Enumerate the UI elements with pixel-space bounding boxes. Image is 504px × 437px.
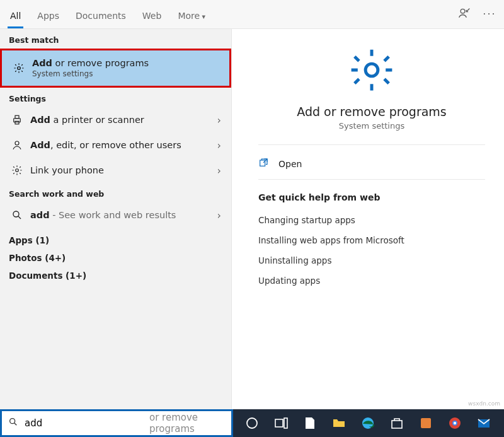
result-best-match[interactable]: Add or remove programs System settings	[0, 49, 231, 88]
group-header-best-match: Best match	[0, 29, 231, 49]
svg-point-10	[10, 419, 15, 424]
tab-all[interactable]: All	[8, 7, 23, 22]
group-header-search-web: Search work and web	[0, 183, 231, 202]
chevron-right-icon: ›	[217, 114, 225, 126]
quick-link[interactable]: Uninstalling apps	[258, 250, 485, 271]
svg-rect-4	[15, 121, 19, 124]
result-link-phone[interactable]: Link your phone ›	[0, 158, 231, 183]
chevron-right-icon: ›	[217, 165, 225, 177]
taskbar-icons	[233, 409, 504, 437]
gear-icon	[11, 62, 27, 74]
svg-point-7	[13, 211, 19, 217]
group-header-settings: Settings	[0, 88, 231, 107]
watermark: wsxdn.com	[468, 400, 500, 407]
open-icon	[258, 158, 270, 170]
svg-rect-12	[275, 419, 283, 427]
svg-rect-16	[421, 418, 431, 428]
task-view-icon[interactable]	[273, 416, 289, 431]
cortana-icon[interactable]	[244, 416, 260, 431]
mail-icon[interactable]	[476, 416, 491, 431]
chevron-right-icon: ›	[217, 139, 225, 151]
details-hero: Add or remove programs System settings	[258, 47, 485, 145]
quick-link[interactable]: Updating apps	[258, 271, 485, 291]
app-orange-icon[interactable]	[418, 416, 433, 431]
tab-documents[interactable]: Documents	[73, 7, 129, 22]
category-counts: Apps (1) Photos (4+) Documents (1+)	[0, 228, 231, 291]
svg-point-8	[365, 64, 378, 76]
result-add-printer[interactable]: Add a printer or scanner ›	[0, 107, 231, 132]
svg-point-11	[247, 418, 257, 428]
search-icon	[8, 417, 18, 429]
svg-point-1	[18, 67, 21, 70]
chevron-right-icon: ›	[217, 209, 225, 221]
tab-web[interactable]: Web	[140, 7, 164, 22]
svg-point-19	[454, 422, 456, 424]
details-subtitle: System settings	[339, 121, 404, 131]
taskbar-search[interactable]: or remove programs	[0, 409, 233, 437]
details-title: Add or remove programs	[297, 105, 447, 119]
svg-point-6	[16, 169, 19, 172]
libreoffice-icon[interactable]	[302, 416, 318, 431]
tab-apps[interactable]: Apps	[35, 7, 62, 22]
gear-icon	[9, 165, 25, 176]
edge-icon[interactable]	[360, 416, 375, 431]
category-apps[interactable]: Apps (1)	[9, 231, 222, 249]
svg-rect-3	[15, 115, 19, 119]
action-open[interactable]: Open	[258, 155, 485, 173]
search-filter-tabs: All Apps Documents Web More ···	[0, 0, 504, 29]
svg-rect-13	[284, 418, 287, 428]
results-list: Best match Add or remove programs System…	[0, 29, 232, 409]
result-text: Add or remove programs System settings	[27, 58, 223, 78]
store-icon[interactable]	[389, 416, 404, 431]
printer-icon	[9, 114, 25, 125]
result-add-users[interactable]: Add, edit, or remove other users ›	[0, 132, 231, 158]
search-icon	[9, 209, 25, 221]
feedback-icon[interactable]	[457, 7, 471, 22]
quick-link[interactable]: Changing startup apps	[258, 210, 485, 230]
svg-point-5	[15, 141, 19, 145]
search-ghost-text: or remove programs	[149, 412, 227, 434]
svg-rect-9	[260, 160, 265, 166]
category-documents[interactable]: Documents (1+)	[9, 267, 222, 284]
taskbar: or remove programs	[0, 409, 504, 437]
overflow-menu-icon[interactable]: ···	[483, 8, 496, 20]
file-explorer-icon[interactable]	[331, 416, 346, 431]
quick-link[interactable]: Installing web apps from Microsoft	[258, 230, 485, 250]
tab-more[interactable]: More	[175, 7, 208, 22]
result-web-search[interactable]: add - See work and web results ›	[0, 202, 231, 228]
chrome-icon[interactable]	[447, 416, 462, 431]
gear-icon	[348, 47, 395, 96]
quick-help: Get quick help from web Changing startup…	[258, 180, 485, 291]
quick-help-heading: Get quick help from web	[258, 192, 485, 202]
details-pane: Add or remove programs System settings O…	[232, 29, 504, 409]
search-input[interactable]	[25, 417, 147, 429]
svg-rect-15	[392, 421, 402, 428]
svg-rect-2	[14, 119, 21, 122]
svg-point-0	[461, 9, 465, 13]
person-icon	[9, 139, 25, 151]
category-photos[interactable]: Photos (4+)	[9, 249, 222, 267]
